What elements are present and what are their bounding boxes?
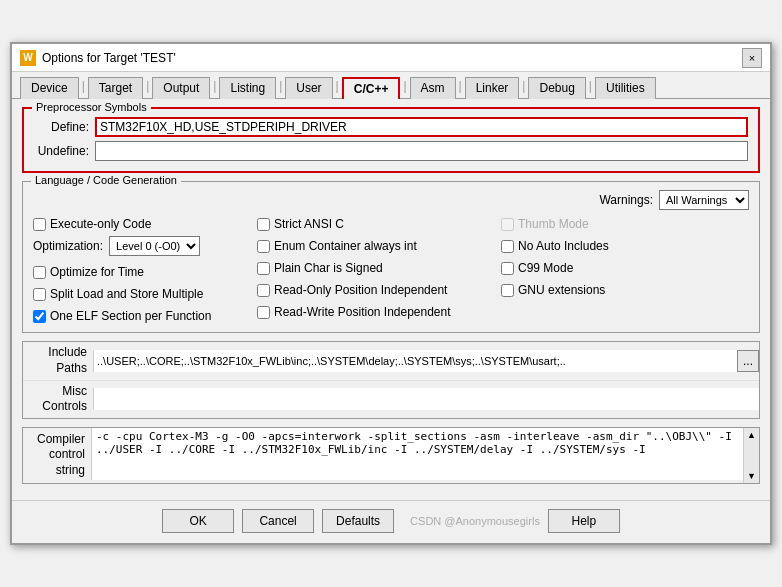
lang-col-1: Execute-only Code Optimization: Level 0 …: [33, 214, 253, 326]
thumb-mode-check[interactable]: [501, 218, 514, 231]
tab-device[interactable]: Device: [20, 77, 79, 99]
define-input[interactable]: [95, 117, 748, 137]
optimize-time-check[interactable]: [33, 266, 46, 279]
tab-asm[interactable]: Asm: [410, 77, 456, 99]
enum-container-label: Enum Container always int: [274, 239, 417, 253]
ro-pos-check[interactable]: [257, 284, 270, 297]
tab-output[interactable]: Output: [152, 77, 210, 99]
compiler-textarea[interactable]: -c -cpu Cortex-M3 -g -O0 -apcs=interwork…: [91, 428, 759, 480]
c99-label: C99 Mode: [518, 261, 573, 275]
tab-content: Preprocessor Symbols Define: Undefine: L…: [12, 99, 770, 499]
split-load-label: Split Load and Store Multiple: [50, 287, 203, 301]
help-button[interactable]: Help: [548, 509, 620, 533]
warnings-label: Warnings:: [599, 193, 653, 207]
include-paths-input[interactable]: [93, 350, 737, 372]
tab-user[interactable]: User: [285, 77, 332, 99]
strict-ansi-row: Strict ANSI C: [257, 214, 497, 234]
tab-utilities[interactable]: Utilities: [595, 77, 656, 99]
scroll-down-arrow[interactable]: ▼: [745, 469, 759, 483]
define-label: Define:: [34, 120, 89, 134]
cancel-button[interactable]: Cancel: [242, 509, 314, 533]
lang-col-2: Strict ANSI C Enum Container always int …: [257, 214, 497, 326]
plain-char-label: Plain Char is Signed: [274, 261, 383, 275]
warnings-row: Warnings: All Warnings No Warnings Unspe…: [599, 190, 749, 210]
compiler-area: Compilercontrolstring -c -cpu Cortex-M3 …: [22, 427, 760, 484]
language-grid: Execute-only Code Optimization: Level 0 …: [33, 214, 749, 326]
c99-row: C99 Mode: [501, 258, 749, 278]
thumb-mode-row: Thumb Mode: [501, 214, 749, 234]
preprocessor-group: Preprocessor Symbols Define: Undefine:: [22, 107, 760, 173]
tab-debug[interactable]: Debug: [528, 77, 585, 99]
thumb-mode-label: Thumb Mode: [518, 217, 589, 231]
enum-container-row: Enum Container always int: [257, 236, 497, 256]
optimize-time-label: Optimize for Time: [50, 265, 144, 279]
rw-pos-row: Read-Write Position Independent: [257, 302, 497, 322]
ro-pos-row: Read-Only Position Independent: [257, 280, 497, 300]
no-auto-label: No Auto Includes: [518, 239, 609, 253]
tab-target[interactable]: Target: [88, 77, 143, 99]
one-elf-label: One ELF Section per Function: [50, 309, 211, 323]
misc-controls-label: MiscControls: [23, 381, 93, 418]
optimize-time-row: Optimize for Time: [33, 262, 253, 282]
define-row: Define:: [34, 117, 748, 137]
misc-controls-row: MiscControls: [23, 381, 759, 418]
scroll-up-arrow[interactable]: ▲: [745, 428, 759, 442]
close-button[interactable]: ×: [742, 48, 762, 68]
misc-section: IncludePaths ... MiscControls: [22, 341, 760, 418]
title-bar: W Options for Target 'TEST' ×: [12, 44, 770, 72]
warnings-select[interactable]: All Warnings No Warnings Unspecified: [659, 190, 749, 210]
language-group: Language / Code Generation Warnings: All…: [22, 181, 760, 333]
gnu-ext-row: GNU extensions: [501, 280, 749, 300]
undefine-label: Undefine:: [34, 144, 89, 158]
c99-check[interactable]: [501, 262, 514, 275]
exec-only-row: Execute-only Code: [33, 214, 253, 234]
strict-ansi-check[interactable]: [257, 218, 270, 231]
optimization-select[interactable]: Level 0 (-O0) Level 1 (-O1) Level 2 (-O2…: [109, 236, 200, 256]
exec-only-check[interactable]: [33, 218, 46, 231]
exec-only-label: Execute-only Code: [50, 217, 151, 231]
include-paths-browse-button[interactable]: ...: [737, 350, 759, 372]
watermark: CSDN @Anonymousegirls: [410, 515, 540, 527]
app-icon: W: [20, 50, 36, 66]
include-paths-row: IncludePaths ...: [23, 342, 759, 380]
tab-bar: Device | Target | Output | Listing | Use…: [12, 72, 770, 99]
plain-char-row: Plain Char is Signed: [257, 258, 497, 278]
tab-listing[interactable]: Listing: [219, 77, 276, 99]
bottom-bar: OK Cancel Defaults CSDN @Anonymousegirls…: [12, 500, 770, 543]
defaults-button[interactable]: Defaults: [322, 509, 394, 533]
include-paths-label: IncludePaths: [23, 342, 93, 379]
main-window: W Options for Target 'TEST' × Device | T…: [10, 42, 772, 544]
plain-char-check[interactable]: [257, 262, 270, 275]
no-auto-check[interactable]: [501, 240, 514, 253]
misc-controls-input[interactable]: [93, 388, 759, 410]
one-elf-row: One ELF Section per Function: [33, 306, 253, 326]
language-label: Language / Code Generation: [31, 174, 181, 186]
window-title: Options for Target 'TEST': [42, 51, 176, 65]
compiler-wrap: -c -cpu Cortex-M3 -g -O0 -apcs=interwork…: [91, 428, 759, 483]
compiler-scrollbar[interactable]: ▲ ▼: [743, 428, 759, 483]
lang-col-3: Thumb Mode No Auto Includes C99 Mode GNU…: [501, 214, 749, 326]
tab-linker[interactable]: Linker: [465, 77, 520, 99]
compiler-label: Compilercontrolstring: [23, 428, 91, 483]
optimization-row: Optimization: Level 0 (-O0) Level 1 (-O1…: [33, 236, 253, 256]
ro-pos-label: Read-Only Position Independent: [274, 283, 447, 297]
tab-ccpp[interactable]: C/C++: [342, 77, 401, 99]
split-load-check[interactable]: [33, 288, 46, 301]
split-load-row: Split Load and Store Multiple: [33, 284, 253, 304]
enum-container-check[interactable]: [257, 240, 270, 253]
one-elf-check[interactable]: [33, 310, 46, 323]
rw-pos-check[interactable]: [257, 306, 270, 319]
gnu-ext-check[interactable]: [501, 284, 514, 297]
rw-pos-label: Read-Write Position Independent: [274, 305, 451, 319]
preprocessor-label: Preprocessor Symbols: [32, 101, 151, 113]
strict-ansi-label: Strict ANSI C: [274, 217, 344, 231]
gnu-ext-label: GNU extensions: [518, 283, 605, 297]
optimization-label: Optimization:: [33, 239, 103, 253]
ok-button[interactable]: OK: [162, 509, 234, 533]
no-auto-row: No Auto Includes: [501, 236, 749, 256]
undefine-input[interactable]: [95, 141, 748, 161]
undefine-row: Undefine:: [34, 141, 748, 161]
